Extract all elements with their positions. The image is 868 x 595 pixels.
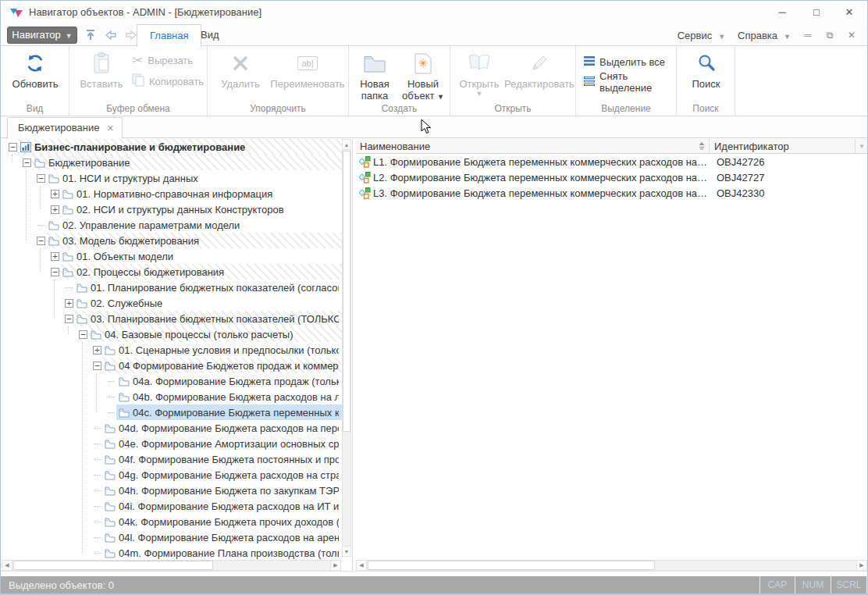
refresh-button[interactable]: Обновить	[7, 48, 63, 90]
edit-button[interactable]: Редактировать	[505, 48, 574, 90]
back-button[interactable]	[102, 27, 119, 44]
tree-item-label: 01. Сценарные условия и предпосылки (тол…	[119, 344, 339, 356]
maximize-button[interactable]: □	[800, 1, 833, 24]
tree-item[interactable]: −Бюджетирование	[2, 155, 342, 170]
collapse-ribbon-icon[interactable]: ═	[799, 30, 817, 41]
folder-icon	[48, 220, 59, 230]
tree-item[interactable]: −04 Формирование Бюджетов продаж и комме…	[2, 358, 342, 373]
close-document-icon[interactable]: ✕	[842, 30, 861, 41]
tab-main[interactable]: Главная	[137, 24, 201, 47]
copy-button[interactable]: Копировать	[132, 72, 204, 91]
new-object-button[interactable]: ✳ Новый объект ▼	[399, 48, 447, 103]
tree-vertical-scrollbar[interactable]: ▲ ▼	[342, 139, 351, 557]
tree-item[interactable]: −03. Модель бюджетирования	[2, 233, 342, 248]
tree-item[interactable]: 01. Планирование бюджетных показателей (…	[2, 280, 342, 295]
scroll-left-icon[interactable]: ◀	[357, 561, 367, 570]
tree-item-label: 04l. Формирование Бюджета расходов на ар…	[119, 532, 339, 543]
tree-item-label: 04h. Формирование Бюджета по закупкам ТЭ…	[119, 485, 339, 497]
expand-toggle-icon[interactable]: +	[93, 346, 101, 355]
tree-item-label: 01. Нормативно-справочная информация	[76, 188, 272, 200]
cut-button[interactable]: ✂ Вырезать	[132, 51, 193, 69]
scroll-down-icon[interactable]: ▼	[343, 546, 350, 556]
tree-item[interactable]: 04k. Формирование Бюджета прочих доходов…	[2, 514, 342, 529]
expand-toggle-icon[interactable]: +	[65, 299, 73, 308]
tree-item[interactable]: 04h. Формирование Бюджета по закупкам ТЭ…	[2, 483, 342, 498]
filter-dropdown-icon[interactable]: ▼	[855, 139, 868, 153]
scrollbar-thumb[interactable]	[368, 561, 655, 570]
ribbon-group-search: Поиск Поиск	[677, 46, 735, 116]
tree-item[interactable]: 04a. Формирование Бюджета продаж (только…	[2, 373, 342, 389]
tree-item[interactable]: 04e. Формирование Амортизации основных с…	[2, 436, 342, 451]
tree-item[interactable]: +01. Объекты модели	[2, 248, 342, 264]
float-window-icon[interactable]: ⧉	[820, 30, 839, 41]
tree-item[interactable]: −02. Процессы бюджетирования	[2, 264, 342, 280]
tree-item[interactable]: 04m. Формирование Плана производства (то…	[2, 545, 342, 560]
collapse-toggle-icon[interactable]: −	[9, 143, 17, 151]
collapse-toggle-icon[interactable]: −	[23, 159, 31, 167]
collapse-toggle-icon[interactable]: −	[37, 237, 45, 245]
rename-button[interactable]: ab| Переименовать	[269, 48, 347, 90]
tree-item[interactable]: −01. НСИ и структуры данных	[2, 170, 342, 186]
tree-item[interactable]: 04b. Формирование Бюджета расходов на ло…	[2, 389, 342, 404]
tree-item[interactable]: −Бизнес-планирование и бюджетирование	[2, 139, 342, 155]
column-header-id[interactable]: Идентификатор	[710, 139, 855, 153]
close-button[interactable]: ✕	[833, 1, 866, 24]
tree-item[interactable]: 04g. Формирование Бюджета расходов на ст…	[2, 467, 342, 483]
chevron-down-icon: ▼	[784, 33, 791, 41]
navigator-menu-button[interactable]: Навигатор▼	[7, 27, 77, 44]
close-tab-icon[interactable]: ✕	[107, 118, 114, 138]
tree-connector	[94, 506, 101, 507]
list-horizontal-scrollbar[interactable]: ◀ ▶	[356, 560, 867, 571]
tree-item[interactable]: 04l. Формирование Бюджета расходов на ар…	[2, 529, 342, 545]
column-header-name[interactable]: Наименование	[356, 139, 710, 153]
scroll-left-icon[interactable]: ◀	[2, 561, 12, 570]
tree-item[interactable]: +02. НСИ и структуры данных Конструкторо…	[2, 201, 342, 217]
deselect-button[interactable]: Снять выделение	[584, 73, 676, 91]
tree-item[interactable]: −04. Базовые процессы (только расчеты)	[2, 326, 342, 342]
folder-icon	[105, 486, 116, 496]
list-row[interactable]: L3. Формирование Бюджета переменных комм…	[356, 185, 868, 201]
tree-item[interactable]: +01. Нормативно-справочная информация	[2, 186, 342, 201]
search-button[interactable]: Поиск	[685, 48, 727, 90]
scrollbar-thumb[interactable]	[343, 151, 350, 432]
tree-item-label: 04 Формирование Бюджетов продаж и коммер…	[119, 360, 339, 372]
tree-horizontal-scrollbar[interactable]: ◀ ▶	[2, 560, 341, 571]
collapse-toggle-icon[interactable]: −	[51, 268, 59, 276]
scroll-right-icon[interactable]: ▶	[330, 561, 340, 570]
tree-item[interactable]: 04d. Формирование Бюджета расходов на пе…	[2, 420, 342, 436]
paste-button[interactable]: Вставить	[77, 48, 126, 90]
scroll-right-icon[interactable]: ▶	[856, 561, 866, 570]
menu-help[interactable]: Справка▼	[733, 30, 795, 41]
expand-toggle-icon[interactable]: +	[51, 205, 59, 214]
app-window: Навигатор объектов - ADMIN - [Бюджетиров…	[0, 0, 868, 595]
collapse-toggle-icon[interactable]: −	[93, 362, 101, 370]
new-folder-icon	[363, 48, 386, 78]
tree-item[interactable]: 04i. Формирование Бюджета расходов на ИТ…	[2, 498, 342, 514]
collapse-toggle-icon[interactable]: −	[65, 315, 73, 323]
menu-service[interactable]: Сервис▼	[673, 30, 730, 41]
expand-toggle-icon[interactable]: +	[51, 190, 59, 198]
delete-button[interactable]: Удалить	[215, 48, 265, 90]
panel-splitter[interactable]	[352, 139, 353, 571]
folder-icon	[119, 408, 130, 418]
minimize-button[interactable]: ─	[766, 1, 799, 24]
tree-item[interactable]: 04f. Формирование Бюджета постоянных и п…	[2, 451, 342, 467]
scrollbar-thumb[interactable]	[13, 561, 213, 570]
up-level-button[interactable]	[82, 27, 99, 44]
list-row[interactable]: L1. Формирование Бюджета переменных комм…	[356, 154, 868, 169]
select-all-button[interactable]: Выделить все	[584, 52, 665, 71]
expand-toggle-icon[interactable]: +	[51, 252, 59, 261]
tree-item[interactable]: 02. Управление параметрами модели	[2, 217, 342, 233]
tree-item[interactable]: 04c. Формирование Бюджета переменных ком…	[2, 404, 342, 420]
tree-item[interactable]: +01. Сценарные условия и предпосылки (то…	[2, 342, 342, 358]
tree-item[interactable]: −03. Планирование бюджетных показателей …	[2, 311, 342, 326]
tab-budgeting[interactable]: Бюджетирование ✕	[7, 117, 123, 139]
collapse-toggle-icon[interactable]: −	[79, 330, 87, 339]
open-button[interactable]: Открыть ▼	[455, 48, 503, 98]
new-folder-button[interactable]: Новая папка	[352, 48, 397, 102]
cut-icon: ✂	[132, 52, 143, 69]
scroll-up-icon[interactable]: ▲	[343, 140, 350, 150]
collapse-toggle-icon[interactable]: −	[37, 174, 45, 183]
list-row[interactable]: L2. Формирование Бюджета переменных комм…	[356, 169, 868, 185]
tree-item[interactable]: +02. Служебные	[2, 295, 342, 311]
